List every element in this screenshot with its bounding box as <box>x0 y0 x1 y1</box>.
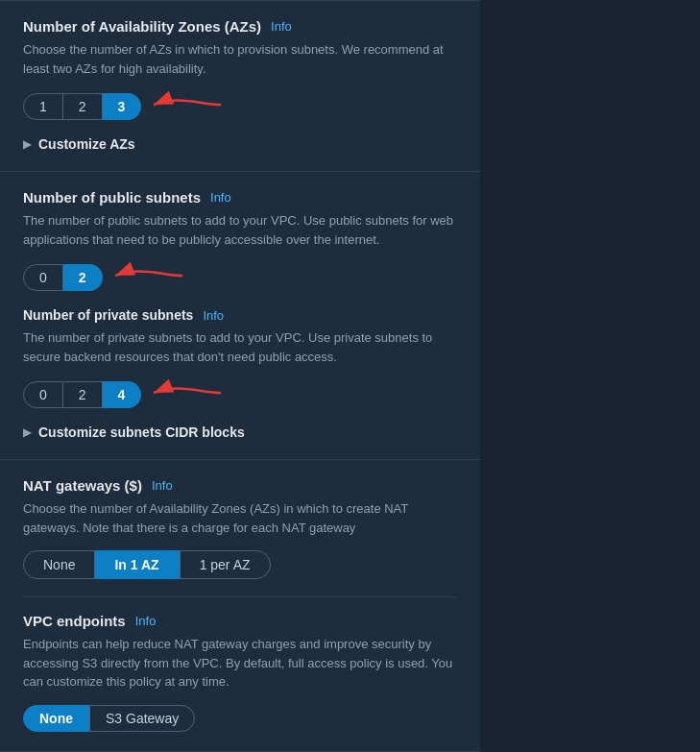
public-subnets-arrow <box>110 262 187 292</box>
private-subnets-options: 0 2 4 <box>23 381 141 408</box>
public-subnets-desc: The number of public subnets to add to y… <box>23 211 457 249</box>
vpc-endpoints-title: VPC endpoints Info <box>23 613 457 629</box>
customize-azs-label: Customize AZs <box>38 136 135 152</box>
red-arrow-icon-3 <box>149 379 226 406</box>
public-subnets-option-0[interactable]: 0 <box>23 264 63 291</box>
private-subnets-info[interactable]: Info <box>203 308 224 323</box>
availability-zones-info[interactable]: Info <box>271 19 292 34</box>
customize-subnets-toggle[interactable]: ▶ Customize subnets CIDR blocks <box>23 425 457 440</box>
vpc-endpoints-desc: Endpoints can help reduce NAT gateway ch… <box>23 635 457 691</box>
private-subnets-arrow <box>149 379 226 409</box>
availability-zones-desc: Choose the number of AZs in which to pro… <box>23 40 457 78</box>
nat-option-per-az[interactable]: 1 per AZ <box>180 550 271 579</box>
nat-option-none[interactable]: None <box>23 550 95 579</box>
az-arrow-annotation <box>149 91 226 121</box>
customize-subnets-label: Customize subnets CIDR blocks <box>38 425 245 440</box>
public-subnets-title: Number of public subnets Info <box>23 189 457 206</box>
nat-gateways-selector: None In 1 AZ 1 per AZ <box>23 550 271 579</box>
availability-zones-title: Number of Availability Zones (AZs) Info <box>23 18 457 35</box>
private-subnets-option-0[interactable]: 0 <box>23 381 63 408</box>
az-option-3[interactable]: 3 <box>103 93 142 120</box>
az-option-1[interactable]: 1 <box>23 93 63 120</box>
private-subnets-title: Number of private subnets Info <box>23 307 457 323</box>
nat-gateways-section: NAT gateways ($) Info Choose the number … <box>0 459 480 751</box>
customize-azs-toggle[interactable]: ▶ Customize AZs <box>23 136 457 152</box>
public-subnets-options: 0 2 <box>23 264 103 291</box>
red-arrow-icon <box>149 91 226 118</box>
az-options-group: 1 2 3 <box>23 93 141 120</box>
public-subnets-section: Number of public subnets Info The number… <box>0 171 480 459</box>
red-arrow-icon-2 <box>110 262 187 289</box>
nat-options-group: None In 1 AZ 1 per AZ <box>23 550 271 579</box>
nat-gateways-desc: Choose the number of Availability Zones … <box>23 499 457 537</box>
private-subnets-option-4[interactable]: 4 <box>103 381 142 408</box>
public-subnets-option-2[interactable]: 2 <box>63 264 103 291</box>
public-subnets-selector: 0 2 <box>23 262 187 292</box>
vpc-endpoints-options: None S3 Gateway <box>23 705 195 732</box>
vpc-endpoint-s3[interactable]: S3 Gateway <box>89 705 195 732</box>
vpc-endpoints-selector: None S3 Gateway <box>23 705 195 732</box>
private-subnets-selector: 0 2 4 <box>23 379 226 409</box>
vpc-endpoint-none[interactable]: None <box>23 705 89 732</box>
private-subnets-option-2[interactable]: 2 <box>63 381 103 408</box>
public-subnets-info[interactable]: Info <box>210 190 231 205</box>
az-option-2[interactable]: 2 <box>63 93 103 120</box>
availability-zones-section: Number of Availability Zones (AZs) Info … <box>0 0 480 171</box>
vpc-endpoints-section: VPC endpoints Info Endpoints can help re… <box>23 596 457 732</box>
nat-gateways-title: NAT gateways ($) Info <box>23 477 457 494</box>
vpc-endpoints-info[interactable]: Info <box>135 614 157 628</box>
az-count-selector: 1 2 3 <box>23 91 226 121</box>
nat-gateways-info[interactable]: Info <box>152 478 173 493</box>
private-subnets-desc: The number of private subnets to add to … <box>23 328 457 366</box>
nat-option-1az[interactable]: In 1 AZ <box>95 550 179 579</box>
